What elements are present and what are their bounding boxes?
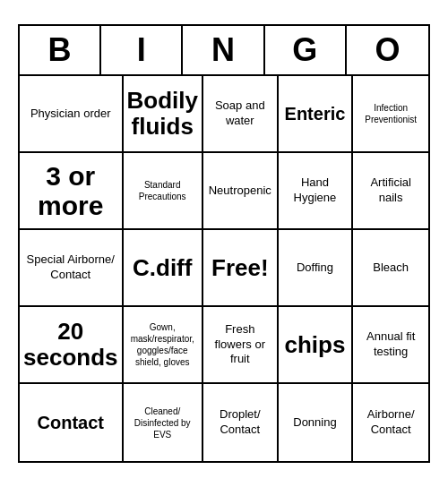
cell-text: Special Airborne/ Contact bbox=[23, 252, 118, 283]
bingo-cell: Hand Hygiene bbox=[279, 153, 354, 230]
cell-text: Doffing bbox=[297, 261, 333, 276]
cell-text: Artificial nails bbox=[357, 175, 425, 206]
cell-text: 20 seconds bbox=[23, 319, 118, 370]
bingo-cell: Cleaned/ Disinfected by EVS bbox=[124, 384, 203, 461]
cell-text: Infection Preventionist bbox=[357, 102, 425, 125]
bingo-letter: O bbox=[347, 26, 428, 74]
bingo-cell: Enteric bbox=[279, 76, 354, 153]
cell-text: Bleach bbox=[373, 261, 409, 276]
cell-text: Fresh flowers or fruit bbox=[207, 322, 273, 368]
cell-text: Donning bbox=[293, 415, 336, 431]
bingo-cell: 20 seconds bbox=[20, 307, 124, 384]
cell-text: Airborne/ Contact bbox=[357, 407, 425, 438]
bingo-cell: Airborne/ Contact bbox=[353, 384, 428, 461]
bingo-cell: C.diff bbox=[124, 230, 203, 307]
bingo-cell: Neutropenic bbox=[203, 153, 279, 230]
cell-text: Neutropenic bbox=[209, 184, 271, 199]
bingo-cell: Physician order bbox=[20, 76, 124, 153]
cell-text: chips bbox=[285, 332, 346, 358]
cell-text: C.diff bbox=[133, 255, 192, 281]
bingo-cell: Standard Precautions bbox=[124, 153, 203, 230]
cell-text: Bodily fluids bbox=[127, 88, 198, 139]
bingo-cell: Contact bbox=[20, 384, 124, 461]
bingo-cell: Special Airborne/ Contact bbox=[20, 230, 124, 307]
cell-text: Droplet/ Contact bbox=[207, 407, 273, 438]
cell-text: Physician order bbox=[30, 107, 111, 122]
bingo-cell: Infection Preventionist bbox=[353, 76, 428, 153]
bingo-cell: Soap and water bbox=[203, 76, 279, 153]
bingo-cell: Bleach bbox=[353, 230, 428, 307]
bingo-header: BINGO bbox=[20, 26, 428, 76]
bingo-cell: Doffing bbox=[279, 230, 354, 307]
bingo-cell: Gown, mask/respirator, goggles/face shie… bbox=[124, 307, 203, 384]
cell-text: Free! bbox=[211, 255, 269, 281]
bingo-letter: B bbox=[20, 26, 101, 74]
bingo-cell: 3 or more bbox=[20, 153, 124, 230]
cell-text: Contact bbox=[38, 411, 104, 434]
bingo-letter: N bbox=[183, 26, 264, 74]
bingo-cell: Donning bbox=[279, 384, 354, 461]
bingo-cell: Bodily fluids bbox=[124, 76, 203, 153]
cell-text: Standard Precautions bbox=[127, 179, 198, 202]
bingo-cell: Fresh flowers or fruit bbox=[203, 307, 279, 384]
cell-text: 3 or more bbox=[23, 161, 118, 220]
bingo-cell: Artificial nails bbox=[353, 153, 428, 230]
cell-text: Cleaned/ Disinfected by EVS bbox=[127, 406, 198, 440]
bingo-cell: Free! bbox=[203, 230, 279, 307]
cell-text: Soap and water bbox=[207, 98, 273, 129]
cell-text: Annual fit testing bbox=[357, 329, 425, 360]
cell-text: Gown, mask/respirator, goggles/face shie… bbox=[127, 321, 198, 368]
bingo-grid: Physician orderBodily fluidsSoap and wat… bbox=[20, 76, 428, 461]
cell-text: Enteric bbox=[285, 102, 346, 125]
bingo-letter: G bbox=[265, 26, 347, 74]
bingo-cell: chips bbox=[279, 307, 354, 384]
cell-text: Hand Hygiene bbox=[282, 175, 349, 206]
bingo-card: BINGO Physician orderBodily fluidsSoap a… bbox=[18, 24, 430, 463]
bingo-letter: I bbox=[101, 26, 183, 74]
bingo-cell: Droplet/ Contact bbox=[203, 384, 279, 461]
bingo-cell: Annual fit testing bbox=[353, 307, 428, 384]
